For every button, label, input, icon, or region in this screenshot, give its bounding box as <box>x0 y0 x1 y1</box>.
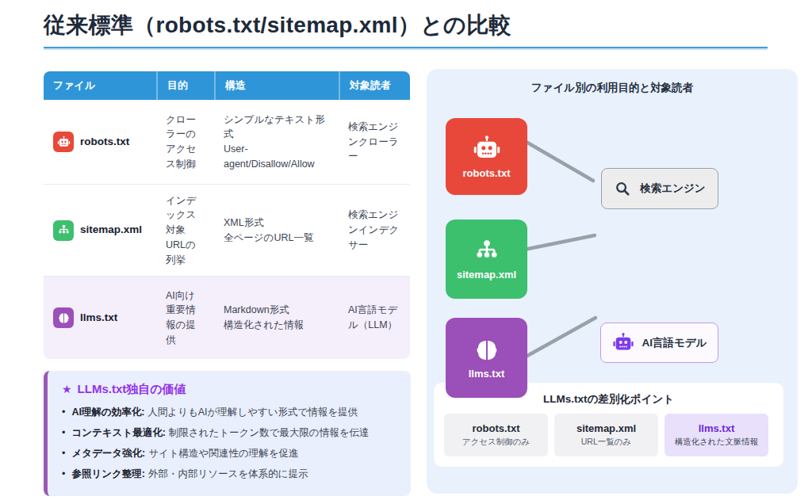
audience-cell: 検索エンジンインデクサー <box>339 185 410 276</box>
value-item-text: 制限されたトークン数で最大限の情報を伝達 <box>169 427 370 438</box>
file-name: sitemap.xml <box>80 222 142 238</box>
diff-item-name: llms.txt <box>699 422 735 434</box>
diff-item-name: sitemap.xml <box>576 422 636 434</box>
value-item-text: サイト構造や関連性の理解を促進 <box>148 448 298 459</box>
value-item-text: 外部・内部リソースを体系的に提示 <box>148 468 308 479</box>
value-item-text: 人間よりもAIが理解しやすい形式で情報を提供 <box>147 407 358 418</box>
star-icon: ★ <box>62 383 72 395</box>
file-name: llms.txt <box>80 310 117 326</box>
sitemap-icon <box>53 220 74 241</box>
audience-cell: AI言語モデル（LLM） <box>339 277 410 359</box>
file-card-label: robots.txt <box>463 167 511 179</box>
structure-line: User-agent/Disallow/Allow <box>224 142 329 172</box>
value-item-label: AI理解の効率化: <box>71 407 144 418</box>
file-card-robots: robots.txt <box>446 118 527 195</box>
title-underline <box>44 47 768 50</box>
value-item: •メタデータ強化:サイト構造や関連性の理解を促進 <box>62 446 398 460</box>
reader-label: 検索エンジン <box>640 181 705 196</box>
value-item: •コンテキスト最適化:制限されたトークン数で最大限の情報を伝達 <box>62 426 398 440</box>
diff-item-name: robots.txt <box>473 422 520 434</box>
page-title: 従来標準（robots.txt/sitemap.xml）との比較 <box>44 10 511 40</box>
file-cell: robots.txt <box>44 100 156 184</box>
file-cell: llms.txt <box>44 277 156 359</box>
value-item-label: メタデータ強化: <box>71 448 145 459</box>
diff-item-llms: llms.txt 構造化された文脈情報 <box>665 414 768 456</box>
bullet-icon: • <box>62 448 65 459</box>
robot-icon <box>53 132 74 152</box>
comparison-table: ファイル 目的 構造 対象読者 <box>44 71 410 359</box>
bullet-icon: • <box>62 427 65 438</box>
bullet-icon: • <box>62 407 65 418</box>
purpose-cell: AI向け重要情報の提供 <box>156 277 214 359</box>
table-row-robots: robots.txt クローラーのアクセス制御 シンプルなテキスト形式 User… <box>44 100 410 184</box>
column-header-file: ファイル <box>44 71 156 100</box>
file-card-llms: llms.txt <box>446 318 527 398</box>
structure-cell: XML形式 全ページのURL一覧 <box>214 185 339 276</box>
structure-cell: Markdown形式 構造化された情報 <box>214 277 339 359</box>
value-item-label: 参照リンク整理: <box>71 468 145 479</box>
structure-line: XML形式 <box>224 216 264 231</box>
value-item: •AI理解の効率化:人間よりもAIが理解しやすい形式で情報を提供 <box>62 405 398 419</box>
differentiation-row: robots.txt アクセス制御のみ sitemap.xml URL一覧のみ … <box>444 414 773 456</box>
table-row-sitemap: sitemap.xml インデックス対象URLの列挙 XML形式 全ページのUR… <box>44 184 410 276</box>
column-header-structure: 構造 <box>214 71 339 100</box>
file-card-label: llms.txt <box>469 368 505 380</box>
diff-item-robots: robots.txt アクセス制御のみ <box>444 414 548 456</box>
llms-value-box: ★LLMs.txt独自の価値 •AI理解の効率化:人間よりもAIが理解しやすい形… <box>44 371 411 496</box>
structure-line: 構造化された情報 <box>224 318 304 333</box>
reader-label: AI言語モデル <box>642 336 707 350</box>
audience-cell: 検索エンジンクローラー <box>339 100 410 184</box>
robot-icon <box>473 135 501 163</box>
table-row-llms: llms.txt AI向け重要情報の提供 Markdown形式 構造化された情報… <box>44 276 410 359</box>
table-header-row: ファイル 目的 構造 対象読者 <box>44 71 410 100</box>
brain-icon <box>53 307 74 328</box>
reader-search-engine: 検索エンジン <box>601 168 718 209</box>
reader-ai-model: AI言語モデル <box>600 323 718 363</box>
value-item-label: コンテキスト最適化: <box>71 427 165 438</box>
column-header-purpose: 目的 <box>156 71 214 100</box>
structure-line: Markdown形式 <box>224 303 289 318</box>
file-cell: sitemap.xml <box>44 185 156 276</box>
file-card-label: sitemap.xml <box>457 269 516 281</box>
diff-item-desc: 構造化された文脈情報 <box>675 437 759 448</box>
slide: { "page": { "title": "従来標準（robots.txt/si… <box>0 0 812 504</box>
sitemap-icon <box>473 238 500 265</box>
brain-icon <box>473 337 500 364</box>
structure-line: シンプルなテキスト形式 <box>224 113 329 143</box>
value-box-title-text: LLMs.txt独自の価値 <box>78 382 186 395</box>
bullet-icon: • <box>62 468 65 479</box>
structure-cell: シンプルなテキスト形式 User-agent/Disallow/Allow <box>214 100 339 184</box>
purpose-cell: インデックス対象URLの列挙 <box>156 185 214 276</box>
purpose-cell: クローラーのアクセス制御 <box>156 100 214 184</box>
file-card-sitemap: sitemap.xml <box>446 220 527 299</box>
search-icon <box>614 180 632 198</box>
robot-icon <box>612 332 634 354</box>
structure-line: 全ページのURL一覧 <box>224 231 313 246</box>
value-box-title: ★LLMs.txt独自の価値 <box>62 382 398 397</box>
column-header-audience: 対象読者 <box>339 71 410 100</box>
diagram-panel: ファイル別の利用目的と対象読者 robots.txt <box>427 69 798 494</box>
diff-item-desc: URL一覧のみ <box>581 437 632 448</box>
value-item: •参照リンク整理:外部・内部リソースを体系的に提示 <box>62 467 398 481</box>
file-name: robots.txt <box>80 134 129 150</box>
diff-item-desc: アクセス制御のみ <box>462 437 530 448</box>
diff-item-sitemap: sitemap.xml URL一覧のみ <box>554 414 658 456</box>
